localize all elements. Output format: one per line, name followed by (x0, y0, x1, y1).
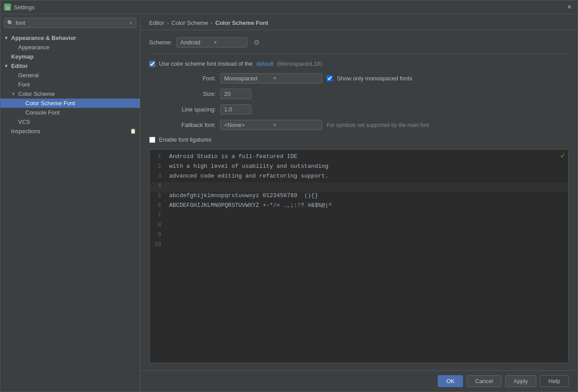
cancel-button[interactable]: Cancel (467, 375, 501, 387)
line-number: 3 (150, 173, 166, 182)
sidebar-item-label: VCS (18, 119, 30, 125)
enable-ligatures-checkbox[interactable] (149, 137, 155, 143)
sidebar-item-general[interactable]: General (0, 71, 140, 80)
show-monospaced-checkbox[interactable] (327, 75, 333, 81)
breadcrumb-editor: Editor (149, 20, 164, 26)
window-title: Settings (14, 4, 35, 11)
preview-line: 9 (150, 231, 568, 241)
search-icon: 🔍 (7, 20, 14, 26)
line-spacing-control-row (220, 104, 569, 115)
preview-line: 5 abcdefghijklmnopqrstuvwxyz 0123456789 … (150, 192, 568, 202)
arrow-icon: ▼ (4, 63, 11, 68)
sidebar-item-keymap[interactable]: Keymap (0, 52, 140, 61)
preview-line: 8 (150, 222, 568, 231)
close-button[interactable]: × (565, 2, 574, 12)
size-label: Size: (149, 91, 216, 97)
preview-line: 10 (150, 241, 568, 251)
preview-line: 2 with a high level of usability and out… (150, 163, 568, 173)
sidebar-item-appearance-behavior[interactable]: ▼ Appearance & Behavior (0, 33, 140, 43)
sidebar-item-label: Inspections (11, 128, 40, 135)
line-content: ABCDEFGHIJKLMNOPQRSTUVWXYZ +-*/= .,;:!? … (166, 202, 568, 212)
breadcrumb-color-scheme: Color Scheme (171, 20, 208, 26)
chevron-down-icon: ▼ (213, 40, 243, 45)
badge-icon: 📋 (130, 128, 136, 134)
sidebar-item-inspections[interactable]: Inspections 📋 (0, 127, 140, 136)
line-number: 7 (150, 212, 166, 222)
line-number: 9 (150, 231, 166, 241)
line-content: abcdefghijklmnopqrstuvwxyz 0123456789 ()… (166, 192, 568, 202)
content-area: 🔍 × ▼ Appearance & Behavior Appearance (0, 14, 578, 392)
line-content (166, 212, 568, 222)
line-content (166, 182, 568, 192)
preview-line: 1 Android Studio is a full-featured IDE (150, 153, 568, 163)
sidebar-item-label: General (18, 72, 39, 79)
line-content (166, 241, 568, 251)
line-number: 6 (150, 202, 166, 212)
line-content: Android Studio is a full-featured IDE (166, 153, 568, 163)
sidebar-item-label: Editor (11, 63, 28, 69)
line-content: with a high level of usability and outst… (166, 163, 568, 173)
show-monospaced-label: Show only monospaced fonts (337, 75, 412, 82)
search-input[interactable] (16, 20, 127, 26)
sidebar-item-appearance[interactable]: Appearance (0, 43, 140, 52)
search-clear-button[interactable]: × (128, 20, 133, 26)
enable-ligatures-row: Enable font ligatures (149, 136, 569, 143)
ok-button[interactable]: OK (438, 375, 463, 387)
sidebar: 🔍 × ▼ Appearance & Behavior Appearance (0, 14, 140, 392)
gear-button[interactable]: ⚙ (252, 37, 261, 48)
footer: OK Cancel Apply Help (140, 370, 578, 392)
sidebar-item-console-font[interactable]: Console Font (0, 108, 140, 117)
font-settings-grid: Font: Monospaced ▼ Show only monospaced … (149, 73, 569, 130)
main-panel: Editor › Color Scheme › Color Scheme Fon… (140, 14, 578, 392)
preview-tick-icon: ✓ (560, 151, 566, 160)
line-number: 8 (150, 222, 166, 231)
sidebar-item-label: Keymap (11, 53, 34, 60)
line-content (166, 231, 568, 241)
breadcrumb-sep1: › (167, 20, 169, 26)
sidebar-item-label: Color Scheme Font (25, 100, 75, 107)
sidebar-item-font[interactable]: Font (0, 80, 140, 89)
line-content: advanced code editing and refactoring su… (166, 173, 568, 182)
help-button[interactable]: Help (540, 375, 569, 387)
search-box: 🔍 × (4, 18, 136, 28)
fallback-font-value: <None> (224, 122, 270, 128)
size-input[interactable] (220, 89, 251, 99)
arrow-icon: ▼ (11, 91, 18, 96)
title-bar-left: 🤖 Settings (4, 4, 35, 11)
use-color-scheme-font-label: Use color scheme font instead of the (159, 60, 253, 67)
chevron-down-icon: ▼ (273, 123, 318, 127)
breadcrumb: Editor › Color Scheme › Color Scheme Fon… (140, 14, 578, 30)
use-color-scheme-font-checkbox[interactable] (149, 61, 155, 67)
sidebar-item-vcs[interactable]: VCS (0, 117, 140, 127)
chevron-down-icon: ▼ (273, 76, 318, 81)
enable-ligatures-label: Enable font ligatures (159, 136, 212, 143)
default-link[interactable]: default (256, 60, 273, 67)
size-control-row (220, 89, 569, 99)
font-label: Font: (149, 75, 216, 82)
scheme-label: Scheme: (149, 39, 172, 46)
font-dropdown[interactable]: Monospaced ▼ (220, 73, 322, 83)
preview-line: 6 ABCDEFGHIJKLMNOPQRSTUVWXYZ +-*/= .,;:!… (150, 202, 568, 212)
scheme-row: Scheme: Android ▼ ⚙ (149, 37, 569, 54)
title-bar: 🤖 Settings × (0, 0, 578, 14)
sidebar-item-editor[interactable]: ▼ Editor (0, 61, 140, 71)
breadcrumb-sep2: › (211, 20, 213, 26)
preview-line: 3 advanced code editing and refactoring … (150, 173, 568, 182)
fallback-hint: For symbols not supported by the main fo… (327, 122, 429, 128)
line-content (166, 222, 568, 231)
app-icon: 🤖 (4, 4, 11, 11)
line-spacing-input[interactable] (220, 104, 251, 115)
sidebar-item-label: Console Font (25, 109, 59, 116)
apply-button[interactable]: Apply (505, 375, 537, 387)
font-control-row: Monospaced ▼ Show only monospaced fonts (220, 73, 569, 83)
fallback-font-control-row: <None> ▼ For symbols not supported by th… (220, 120, 569, 130)
sidebar-tree: ▼ Appearance & Behavior Appearance Keyma… (0, 32, 140, 392)
fallback-font-label: Fallback font: (149, 122, 216, 128)
sidebar-item-label: Color Scheme (18, 91, 55, 97)
sidebar-item-color-scheme-font[interactable]: Color Scheme Font (0, 99, 140, 108)
scheme-dropdown[interactable]: Android ▼ (176, 37, 247, 48)
fallback-font-dropdown[interactable]: <None> ▼ (220, 120, 322, 130)
sidebar-item-color-scheme[interactable]: ▼ Color Scheme (0, 89, 140, 99)
line-spacing-label: Line spacing: (149, 106, 216, 113)
line-number: 5 (150, 192, 166, 202)
